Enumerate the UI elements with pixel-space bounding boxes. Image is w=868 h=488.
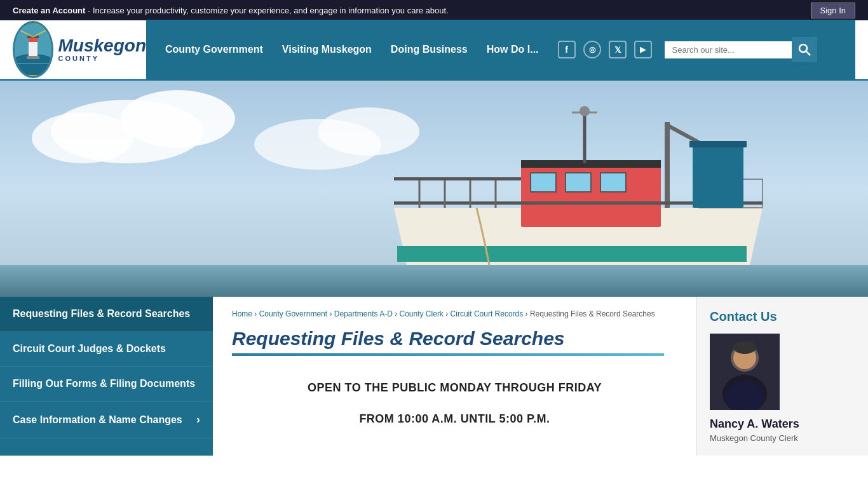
social-icons: f ◎ 𝕏 ▶ xyxy=(558,41,652,58)
logo-area[interactable]: Muskegon COUNTY xyxy=(13,21,146,78)
breadcrumb-separator: › xyxy=(329,309,334,318)
sidebar-item-filling-forms[interactable]: Filling Out Forms & Filing Documents xyxy=(0,367,213,402)
page-body: OPEN TO THE PUBLIC MONDAY THROUGH FRIDAY… xyxy=(232,369,677,438)
sidebar-arrow-icon: › xyxy=(196,413,200,426)
nav-links: County Government Visiting Muskegon Doin… xyxy=(165,44,539,55)
contact-name: Nancy A. Waters xyxy=(710,417,855,431)
banner-text: Create an Account - Increase your produc… xyxy=(13,6,449,15)
create-account-link[interactable]: Create an Account xyxy=(13,6,85,15)
svg-point-42 xyxy=(733,341,756,354)
sidebar-item-label: Requesting Files & Record Searches xyxy=(13,308,190,320)
search-input[interactable] xyxy=(672,45,774,55)
main-content: Home › County Government › Departments A… xyxy=(213,297,696,456)
contact-photo xyxy=(710,334,780,410)
hero-boat-svg xyxy=(0,81,868,297)
svg-rect-18 xyxy=(397,246,747,262)
breadcrumb-circuit-court-records[interactable]: Circuit Court Records xyxy=(451,309,524,318)
svg-rect-7 xyxy=(27,56,39,59)
contact-role: Muskegon County Clerk xyxy=(710,433,855,443)
contact-sidebar: Contact Us Nancy A. Waters Muskegon Coun… xyxy=(696,297,868,456)
sidebar-item-label: Case Information & Name Changes xyxy=(13,414,182,426)
svg-rect-36 xyxy=(693,144,743,208)
sidebar-item-case-information[interactable]: Case Information & Name Changes › xyxy=(0,402,213,438)
site-logo xyxy=(13,21,53,78)
svg-line-10 xyxy=(806,51,810,55)
nav-county-government[interactable]: County Government xyxy=(165,44,263,55)
search-button[interactable] xyxy=(792,37,817,62)
breadcrumb: Home › County Government › Departments A… xyxy=(232,309,677,318)
nav-doing-business[interactable]: Doing Business xyxy=(391,44,468,55)
sidebar-item-requesting-files[interactable]: Requesting Files & Record Searches xyxy=(0,297,213,332)
breadcrumb-separator: › xyxy=(254,309,259,318)
title-underline xyxy=(232,353,664,356)
svg-rect-20 xyxy=(521,160,661,168)
page-title: Requesting Files & Record Searches xyxy=(232,328,677,349)
svg-rect-23 xyxy=(600,173,626,192)
contact-photo-image xyxy=(710,334,780,410)
svg-point-13 xyxy=(121,90,235,147)
facebook-icon[interactable]: f xyxy=(558,41,576,58)
twitter-icon[interactable]: 𝕏 xyxy=(609,41,627,58)
svg-rect-37 xyxy=(689,141,747,147)
nav-visiting-muskegon[interactable]: Visiting Muskegon xyxy=(282,44,372,55)
svg-point-25 xyxy=(580,106,590,116)
hours-line1: OPEN TO THE PUBLIC MONDAY THROUGH FRIDAY xyxy=(245,381,665,395)
breadcrumb-separator: › xyxy=(395,309,399,318)
sign-in-button[interactable]: Sign In xyxy=(811,3,855,18)
breadcrumb-departments[interactable]: Departments A-D xyxy=(334,309,393,318)
breadcrumb-current: Requesting Files & Record Searches xyxy=(530,309,655,318)
breadcrumb-separator: › xyxy=(445,309,450,318)
sidebar-item-circuit-court[interactable]: Circuit Court Judges & Dockets xyxy=(0,332,213,367)
svg-point-9 xyxy=(799,44,807,52)
svg-rect-17 xyxy=(0,265,868,297)
svg-rect-34 xyxy=(394,177,521,180)
search-area xyxy=(665,41,792,58)
nav-how-do-i[interactable]: How Do I... xyxy=(487,44,539,55)
site-header: Muskegon COUNTY County Government Visiti… xyxy=(0,20,868,81)
instagram-icon[interactable]: ◎ xyxy=(583,41,601,58)
sidebar-item-label: Circuit Court Judges & Dockets xyxy=(13,343,166,355)
breadcrumb-separator: › xyxy=(526,309,530,318)
main-navigation: County Government Visiting Muskegon Doin… xyxy=(146,20,855,80)
outer-content: Requesting Files & Record Searches Circu… xyxy=(0,297,868,456)
svg-point-16 xyxy=(318,107,419,156)
contact-sidebar-title: Contact Us xyxy=(710,309,855,324)
youtube-icon[interactable]: ▶ xyxy=(634,41,652,58)
breadcrumb-home[interactable]: Home xyxy=(232,309,252,318)
svg-rect-22 xyxy=(566,173,591,192)
top-banner: Create an Account - Increase your produc… xyxy=(0,0,868,20)
breadcrumb-county-government[interactable]: County Government xyxy=(259,309,327,318)
hero-image xyxy=(0,81,868,297)
svg-rect-21 xyxy=(531,173,556,192)
sidebar: Requesting Files & Record Searches Circu… xyxy=(0,297,213,456)
svg-point-14 xyxy=(32,112,133,163)
banner-description: - Increase your productivity, customize … xyxy=(88,6,449,15)
sidebar-item-label: Filling Out Forms & Filing Documents xyxy=(13,378,195,390)
search-icon xyxy=(798,43,811,56)
breadcrumb-county-clerk[interactable]: County Clerk xyxy=(400,309,444,318)
hours-line2: FROM 10:00 A.M. UNTIL 5:00 P.M. xyxy=(245,412,665,426)
